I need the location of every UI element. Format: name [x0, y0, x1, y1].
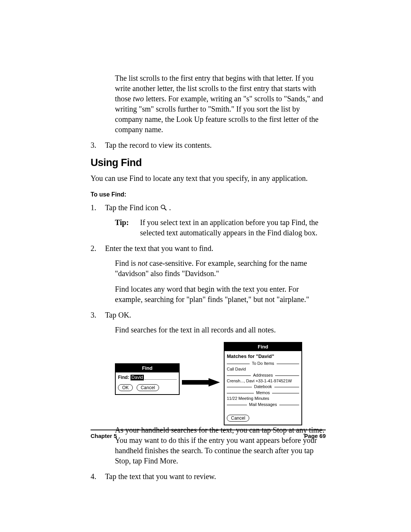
- matches-heading: Matches for "David": [227, 353, 299, 359]
- text-fragment: letters. For example, writing an "s" scr…: [115, 94, 323, 134]
- page: The list scrolls to the first entry that…: [0, 0, 411, 532]
- svg-rect-2: [182, 380, 209, 385]
- category-datebook: Datebook: [227, 384, 299, 390]
- tip-label: Tip:: [115, 217, 140, 228]
- category-label: Datebook: [252, 384, 273, 390]
- step-number: 3.: [91, 310, 105, 320]
- step-text: Tap the record to view its contents.: [105, 140, 326, 150]
- footer-rule: [91, 430, 326, 430]
- input-underline: [145, 379, 177, 380]
- find-stop-note: As your handheld searches for the text, …: [115, 425, 326, 466]
- lookup-step-3: 3. Tap the record to view its contents.: [91, 140, 326, 150]
- step-text: Tap the text that you want to review.: [105, 471, 326, 482]
- category-label: Mail Messages: [247, 402, 278, 407]
- text-fragment: Find is: [115, 259, 138, 267]
- find-field-row: Find: David: [118, 375, 177, 380]
- find-step-4: 4. Tap the text that you want to review.: [91, 471, 326, 482]
- cancel-button[interactable]: Cancel: [227, 415, 249, 422]
- find-input-dialog: Find Find: David OK Cancel: [115, 363, 180, 395]
- tip-block: Tip: If you select text in an applicatio…: [115, 217, 326, 238]
- find-step-2: 2. Enter the text that you want to find.: [91, 243, 326, 254]
- find-searches-note: Find searches for the text in all record…: [115, 325, 326, 335]
- step-number: 1.: [91, 203, 105, 213]
- category-label: Addresses: [252, 373, 274, 378]
- find-prefix-note: Find locates any word that begin with th…: [115, 284, 326, 305]
- step-number: 4.: [91, 471, 105, 482]
- find-step-1: 1. Tap the Find icon .: [91, 203, 326, 213]
- find-intro: You can use Find to locate any text that…: [91, 173, 326, 184]
- step-text: Enter the text that you want to find.: [105, 243, 326, 254]
- magnifier-icon: [160, 204, 167, 211]
- dialog-title: Find: [225, 343, 301, 351]
- category-todo: To Do Items: [227, 361, 299, 366]
- category-label: To Do Items: [250, 361, 276, 366]
- find-results-dialog: Find Matches for "David" To Do Items Cal…: [224, 342, 302, 425]
- find-dialog-figure: Find Find: David OK Cancel Find: [115, 342, 326, 418]
- category-memos: Memos: [227, 390, 299, 396]
- category-label: Memos: [255, 390, 271, 396]
- footer-chapter: Chapter 5: [91, 433, 117, 439]
- dialog-title: Find: [116, 364, 179, 372]
- result-crensh-davi[interactable]: Crensh..., Davi +33-1-41-974521W: [227, 379, 299, 384]
- find-input[interactable]: David: [131, 375, 144, 380]
- result-meeting-minutes[interactable]: 11/22 Meeting Minutes: [227, 396, 299, 401]
- emphasis-not: not: [138, 259, 148, 267]
- arrow-right-icon: [182, 378, 220, 387]
- category-mail: Mail Messages: [227, 402, 299, 407]
- cancel-button[interactable]: Cancel: [137, 384, 159, 391]
- find-step-3: 3. Tap OK.: [91, 310, 326, 320]
- subheading-to-use-find: To use Find:: [91, 190, 326, 199]
- lookup-description: The list scrolls to the first entry that…: [115, 73, 326, 135]
- step-number: 2.: [91, 243, 105, 254]
- svg-marker-3: [209, 378, 220, 387]
- find-case-note: Find is not case-sensitive. For example,…: [115, 258, 326, 279]
- text-fragment: .: [169, 203, 171, 212]
- page-footer: Chapter 5 Page 69: [91, 433, 326, 439]
- section-heading-using-find: Using Find: [91, 156, 326, 169]
- find-label: Find:: [118, 375, 129, 380]
- footer-page: Page 69: [304, 433, 326, 439]
- step-text: Tap OK.: [105, 310, 326, 320]
- step-text: Tap the Find icon .: [105, 203, 326, 213]
- text-fragment: Tap the Find icon: [105, 203, 160, 212]
- svg-point-0: [161, 205, 165, 209]
- step-number: 3.: [91, 140, 105, 150]
- content-column: The list scrolls to the first entry that…: [91, 73, 326, 486]
- dialog-body: Find: David OK Cancel: [116, 372, 179, 394]
- svg-line-1: [164, 208, 166, 210]
- result-call-david[interactable]: Call David: [227, 367, 299, 372]
- category-addresses: Addresses: [227, 373, 299, 378]
- dialog-body: Matches for "David" To Do Items Call Dav…: [225, 351, 301, 425]
- emphasis-two: two: [133, 94, 144, 103]
- ok-button[interactable]: OK: [118, 384, 133, 391]
- tip-text: If you select text in an application bef…: [140, 217, 326, 238]
